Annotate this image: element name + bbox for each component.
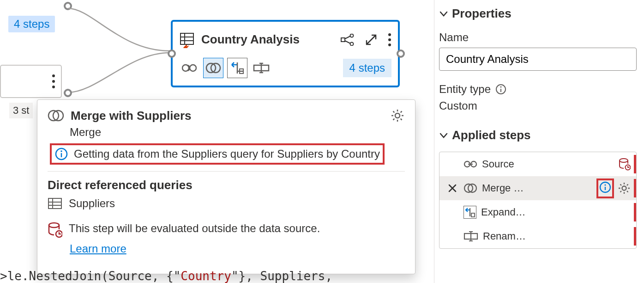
info-icon[interactable]	[495, 84, 506, 95]
tooltip-subtitle: Merge	[70, 126, 405, 139]
step-label: Merge …	[482, 182, 592, 194]
learn-more-link[interactable]: Learn more	[70, 242, 126, 255]
share-icon[interactable]	[341, 34, 355, 46]
db-warning-icon	[48, 222, 62, 238]
step-tooltip-popover: Merge with Suppliers Merge Getting data …	[37, 99, 415, 274]
gear-icon[interactable]	[618, 182, 631, 195]
name-field-label: Name	[439, 31, 637, 44]
chevron-down-icon	[439, 9, 448, 18]
svg-point-9	[350, 42, 354, 45]
svg-point-8	[350, 34, 354, 37]
svg-point-16	[190, 65, 196, 71]
delete-step-icon[interactable]	[446, 184, 459, 193]
steps-badge-upstream: 4 steps	[8, 16, 55, 32]
svg-point-38	[500, 86, 502, 88]
svg-point-14	[388, 43, 391, 46]
step-label: Source	[482, 158, 614, 170]
chevron-down-icon	[439, 131, 448, 140]
entity-type-label: Entity type	[439, 83, 491, 96]
applied-steps-list: Source Merge …	[439, 152, 637, 249]
applied-steps-section-header[interactable]: Applied steps	[439, 125, 637, 145]
referenced-query-name[interactable]: Suppliers	[69, 197, 115, 210]
entity-type-value: Custom	[439, 99, 637, 112]
info-icon	[599, 181, 611, 193]
step-rename-icon[interactable]	[251, 58, 271, 78]
svg-point-35	[49, 223, 59, 228]
svg-point-2	[52, 86, 55, 88]
upstream-card-collapsed[interactable]	[0, 65, 62, 98]
svg-point-43	[620, 159, 628, 162]
applied-step-expand[interactable]: Expand…	[439, 200, 636, 224]
connector-dot[interactable]	[64, 89, 72, 97]
connector-dot-out[interactable]	[397, 49, 405, 58]
svg-point-29	[60, 150, 62, 152]
merge-icon	[48, 109, 64, 122]
connector-dot[interactable]	[64, 2, 72, 10]
table-icon	[48, 197, 62, 210]
formula-bar-text: >le.NestedJoin(Source, {"Country"}, Supp…	[0, 269, 332, 283]
svg-point-27	[395, 113, 400, 118]
gear-icon[interactable]	[390, 108, 405, 123]
applied-steps-label: Applied steps	[452, 128, 530, 142]
step-merge-icon[interactable]	[203, 58, 223, 78]
svg-point-0	[52, 74, 55, 77]
svg-line-10	[345, 36, 350, 39]
svg-point-13	[388, 38, 391, 41]
merge-icon	[463, 183, 477, 193]
connector-dot-in[interactable]	[168, 49, 176, 58]
properties-label: Properties	[452, 6, 512, 21]
svg-rect-31	[48, 198, 61, 209]
steps-count-badge: 4 steps	[343, 59, 391, 77]
step-label: Renam…	[483, 230, 636, 242]
svg-rect-3	[181, 33, 193, 44]
tooltip-info-highlighted: Getting data from the Suppliers query fo…	[50, 143, 385, 165]
svg-rect-53	[471, 213, 475, 217]
properties-panel: Properties Name Entity type Custom Appli…	[434, 0, 644, 283]
applied-step-source[interactable]: Source	[439, 152, 636, 176]
direct-referenced-heading: Direct referenced queries	[48, 178, 405, 192]
link-icon	[463, 160, 477, 169]
tooltip-info-text: Getting data from the Suppliers query fo…	[74, 148, 380, 160]
kebab-icon[interactable]	[52, 74, 55, 89]
svg-point-12	[388, 33, 391, 36]
applied-step-merge[interactable]: Merge …	[439, 176, 636, 200]
step-source-icon[interactable]	[179, 58, 199, 78]
step-info-highlighted[interactable]	[596, 178, 614, 198]
properties-section-header[interactable]: Properties	[439, 4, 637, 24]
svg-line-11	[345, 41, 350, 43]
expand-col-icon	[463, 206, 476, 219]
applied-step-rename[interactable]: Renam…	[439, 224, 636, 248]
eval-warning-text: This step will be evaluated outside the …	[69, 222, 320, 235]
name-input[interactable]	[439, 48, 637, 71]
diagram-canvas[interactable]: 4 steps 3 st	[0, 0, 434, 283]
kebab-icon[interactable]	[388, 33, 391, 47]
query-card-selected[interactable]: Country Analysis	[171, 20, 400, 87]
tooltip-title: Merge with Suppliers	[71, 109, 384, 123]
table-lightning-icon	[179, 31, 196, 48]
svg-point-48	[604, 184, 606, 185]
svg-rect-7	[341, 38, 345, 42]
rename-icon	[463, 231, 478, 241]
query-title: Country Analysis	[201, 32, 335, 47]
steps-badge-three: 3 st	[9, 103, 33, 118]
step-label: Expand…	[481, 206, 636, 218]
db-warning-icon	[619, 158, 631, 171]
expand-icon[interactable]	[365, 33, 378, 46]
svg-point-1	[52, 80, 55, 83]
step-expand-icon[interactable]	[227, 58, 247, 78]
svg-point-50	[622, 186, 626, 191]
info-icon	[54, 147, 68, 161]
